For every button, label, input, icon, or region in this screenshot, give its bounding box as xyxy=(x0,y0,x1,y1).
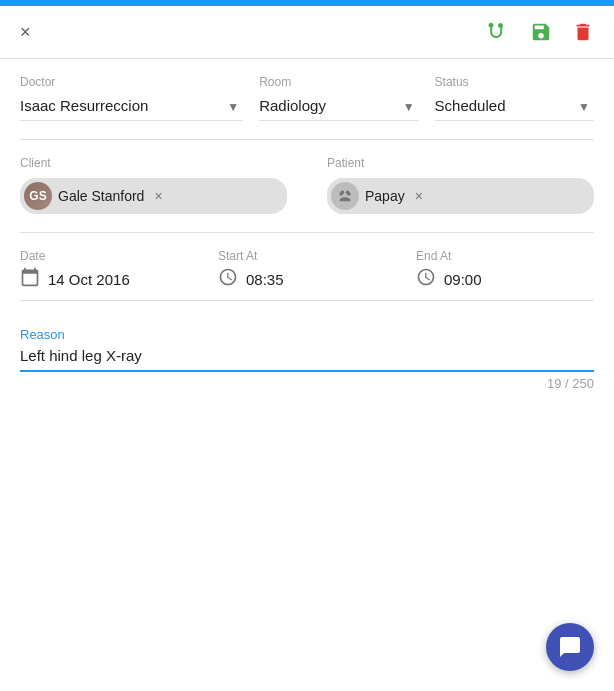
paw-icon xyxy=(336,187,354,205)
client-label: Client xyxy=(20,156,287,170)
patient-remove-button[interactable]: × xyxy=(415,189,423,203)
section-divider-1 xyxy=(20,139,594,140)
stethoscope-button[interactable] xyxy=(482,16,514,48)
modal-header: × xyxy=(0,6,614,59)
room-group: Room Radiology ▼ xyxy=(259,75,418,121)
status-label: Status xyxy=(435,75,594,89)
end-at-value: 09:00 xyxy=(444,271,482,288)
end-at-group: End At 09:00 xyxy=(416,249,594,292)
save-icon xyxy=(530,21,552,43)
doctor-room-status-row: Doctor Isaac Resurreccion ▼ Room Radiolo… xyxy=(20,75,594,121)
form-body: Doctor Isaac Resurreccion ▼ Room Radiolo… xyxy=(0,59,614,691)
reason-section: Reason 19 / 250 xyxy=(20,325,594,391)
doctor-select[interactable]: Isaac Resurreccion xyxy=(20,93,243,121)
stethoscope-icon xyxy=(486,20,510,44)
reason-counter: 19 / 250 xyxy=(20,376,594,391)
clock-end-icon xyxy=(416,267,436,292)
datetime-row: Date 14 Oct 2016 Start At 08:35 xyxy=(20,249,594,301)
close-button[interactable]: × xyxy=(16,18,35,47)
patient-chip: Papay × xyxy=(327,178,594,214)
date-label: Date xyxy=(20,249,198,263)
status-group: Status Scheduled ▼ xyxy=(435,75,594,121)
client-remove-button[interactable]: × xyxy=(154,189,162,203)
end-at-label: End At xyxy=(416,249,594,263)
reason-input[interactable] xyxy=(20,343,594,372)
clock-start-icon xyxy=(218,267,238,292)
start-at-group: Start At 08:35 xyxy=(218,249,396,292)
svg-point-0 xyxy=(499,24,502,27)
client-group: Client GS Gale Stanford × xyxy=(20,156,287,214)
client-avatar: GS xyxy=(24,182,52,210)
chat-fab-button[interactable] xyxy=(546,623,594,671)
section-divider-2 xyxy=(20,232,594,233)
chat-icon xyxy=(558,635,582,659)
doctor-label: Doctor xyxy=(20,75,243,89)
date-group: Date 14 Oct 2016 xyxy=(20,249,198,292)
room-label: Room xyxy=(259,75,418,89)
patient-avatar xyxy=(331,182,359,210)
start-at-label: Start At xyxy=(218,249,396,263)
client-name: Gale Stanford xyxy=(58,188,144,204)
start-at-value: 08:35 xyxy=(246,271,284,288)
calendar-icon xyxy=(20,267,40,292)
patient-name: Papay xyxy=(365,188,405,204)
patient-group: Patient Papay × xyxy=(327,156,594,214)
modal-container: × xyxy=(0,0,614,691)
date-value: 14 Oct 2016 xyxy=(48,271,130,288)
doctor-group: Doctor Isaac Resurreccion ▼ xyxy=(20,75,243,121)
save-button[interactable] xyxy=(526,17,556,47)
header-actions xyxy=(482,16,598,48)
client-chip: GS Gale Stanford × xyxy=(20,178,287,214)
client-patient-row: Client GS Gale Stanford × Patient P xyxy=(20,156,594,214)
room-select[interactable]: Radiology xyxy=(259,93,418,121)
patient-label: Patient xyxy=(327,156,594,170)
status-select[interactable]: Scheduled xyxy=(435,93,594,121)
delete-icon xyxy=(572,21,594,43)
delete-button[interactable] xyxy=(568,17,598,47)
reason-label: Reason xyxy=(20,327,65,342)
